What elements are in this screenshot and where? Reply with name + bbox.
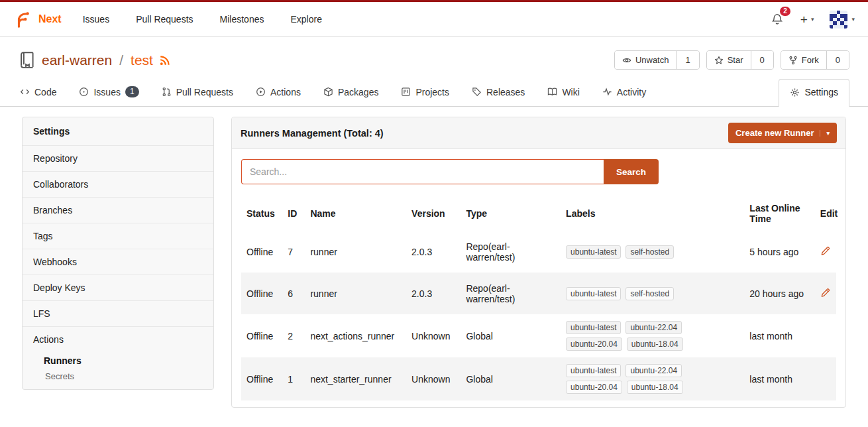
- runner-id: 1: [282, 357, 305, 400]
- table-row: Offline 2 next_actions_runner Unknown Gl…: [241, 314, 836, 357]
- runner-label-badge: self-hosted: [625, 245, 674, 259]
- runner-labels: ubuntu-latestubuntu-22.04ubuntu-20.04ubu…: [566, 364, 708, 394]
- column-header-type: Type: [461, 196, 561, 231]
- star-group: Star 0: [706, 50, 774, 70]
- tab-code[interactable]: Code: [19, 79, 58, 106]
- runner-id: 6: [282, 273, 305, 314]
- plus-icon: +: [800, 13, 808, 26]
- column-header-id: ID: [282, 196, 305, 231]
- panel-body: Search StatusIDNameVersionTypeLabelsLast…: [232, 149, 845, 407]
- nav-item-pull-requests[interactable]: Pull Requests: [136, 14, 193, 25]
- runner-label-badge: ubuntu-20.04: [566, 337, 622, 351]
- sidebar-item-collaborators[interactable]: Collaborators: [23, 171, 213, 197]
- runner-label-badge: ubuntu-20.04: [566, 381, 622, 394]
- sidebar-item-deploy-keys[interactable]: Deploy Keys: [23, 274, 213, 300]
- runner-label-badge: ubuntu-latest: [566, 321, 621, 334]
- tab-actions[interactable]: Actions: [254, 79, 302, 106]
- edit-runner-button[interactable]: [820, 246, 830, 256]
- page-content: Settings RepositoryCollaboratorsBranches…: [0, 107, 868, 408]
- sidebar-items: RepositoryCollaboratorsBranchesTagsWebho…: [23, 145, 213, 389]
- runner-status: Offline: [241, 231, 282, 273]
- tab-packages[interactable]: Packages: [322, 79, 380, 106]
- fork-icon: [788, 56, 798, 65]
- tab-wiki[interactable]: Wiki: [546, 79, 580, 106]
- runners-table: StatusIDNameVersionTypeLabelsLast Online…: [241, 196, 836, 400]
- repo-name-link[interactable]: test: [131, 52, 153, 68]
- unwatch-group: Unwatch 1: [614, 50, 700, 70]
- sidebar-subitem-runners[interactable]: Runners: [23, 352, 213, 369]
- project-icon: [401, 87, 411, 97]
- fork-count[interactable]: 0: [827, 51, 849, 69]
- runner-name: next_starter_runner: [305, 357, 406, 400]
- star-count[interactable]: 0: [751, 51, 773, 69]
- gear-icon: [790, 88, 800, 97]
- runner-type: Global: [461, 357, 561, 400]
- navbar-right: 2 + ▾ ▾: [770, 11, 855, 29]
- edit-runner-button[interactable]: [820, 288, 830, 298]
- runner-labels: ubuntu-latestself-hosted: [566, 287, 708, 300]
- runner-label-badge: ubuntu-18.04: [627, 337, 683, 351]
- runner-id: 2: [282, 314, 305, 357]
- unwatch-count[interactable]: 1: [677, 51, 698, 69]
- runner-label-badge: ubuntu-22.04: [625, 364, 682, 377]
- runner-name: runner: [305, 273, 406, 314]
- nav-item-milestones[interactable]: Milestones: [220, 14, 264, 25]
- repo-tabbar: Code Issues 1 Pull Requests Actions Pack…: [0, 79, 868, 107]
- runner-version: 2.0.3: [406, 231, 461, 273]
- nav-item-issues[interactable]: Issues: [83, 14, 109, 25]
- code-icon: [20, 87, 30, 97]
- tab-activity[interactable]: Activity: [601, 79, 647, 106]
- notifications-button[interactable]: 2: [770, 12, 785, 27]
- runner-name: next_actions_runner: [305, 314, 406, 357]
- create-runner-button[interactable]: Create new Runner ▾: [728, 123, 837, 143]
- search-row: Search: [241, 159, 659, 184]
- repo-header: earl-warren / test Unwatch 1 Star 0 Fork…: [0, 37, 868, 72]
- play-icon: [256, 87, 266, 97]
- repo-owner-link[interactable]: earl-warren: [42, 52, 112, 68]
- book-icon: [547, 87, 557, 97]
- tag-icon: [472, 87, 482, 97]
- avatar: [830, 11, 847, 29]
- star-button[interactable]: Star: [707, 51, 751, 69]
- nav-item-explore[interactable]: Explore: [290, 14, 321, 25]
- sidebar-subitem-secrets[interactable]: Secrets: [23, 369, 213, 383]
- pulse-icon: [602, 87, 612, 97]
- sidebar-item-webhooks[interactable]: Webhooks: [23, 249, 213, 274]
- sidebar-item-branches[interactable]: Branches: [23, 197, 213, 223]
- search-input[interactable]: [241, 159, 604, 184]
- table-header-row: StatusIDNameVersionTypeLabelsLast Online…: [241, 196, 836, 231]
- unwatch-button[interactable]: Unwatch: [615, 51, 677, 69]
- sidebar-subitems: RunnersSecrets: [23, 352, 213, 389]
- tab-issues[interactable]: Issues 1: [78, 79, 140, 106]
- runners-panel: Runners Management (Total: 4) Create new…: [231, 117, 846, 408]
- tab-projects[interactable]: Projects: [400, 79, 451, 106]
- search-button[interactable]: Search: [604, 159, 659, 184]
- tab-settings[interactable]: Settings: [779, 79, 849, 107]
- runner-version: 2.0.3: [406, 273, 461, 314]
- settings-sidebar: Settings RepositoryCollaboratorsBranches…: [22, 117, 214, 390]
- tab-releases[interactable]: Releases: [470, 79, 526, 106]
- rss-feed-icon[interactable]: [159, 54, 171, 66]
- fork-button[interactable]: Fork: [781, 51, 827, 69]
- sidebar-item-lfs[interactable]: LFS: [23, 300, 213, 326]
- tab-pull-requests[interactable]: Pull Requests: [160, 79, 235, 106]
- package-icon: [323, 87, 333, 97]
- runner-label-badge: ubuntu-22.04: [625, 321, 682, 334]
- runner-last-online: last month: [744, 357, 814, 400]
- runner-labels: ubuntu-latestubuntu-22.04ubuntu-20.04ubu…: [566, 321, 708, 351]
- runner-id: 7: [282, 231, 305, 273]
- sidebar-item-actions[interactable]: Actions: [23, 326, 213, 352]
- runner-version: Unknown: [406, 357, 461, 400]
- repo-separator: /: [119, 52, 123, 68]
- chevron-down-icon: ▾: [851, 16, 855, 23]
- runner-label-badge: self-hosted: [625, 287, 674, 300]
- sidebar-item-repository[interactable]: Repository: [23, 145, 213, 171]
- eye-icon: [622, 56, 631, 65]
- chevron-down-icon: ▾: [820, 130, 830, 137]
- create-new-menu[interactable]: + ▾: [800, 13, 814, 26]
- runner-last-online: 5 hours ago: [744, 231, 814, 273]
- user-menu[interactable]: ▾: [830, 11, 855, 29]
- column-header-edit: Edit: [815, 196, 836, 231]
- sidebar-item-tags[interactable]: Tags: [23, 223, 213, 249]
- home-link[interactable]: Next: [13, 9, 62, 29]
